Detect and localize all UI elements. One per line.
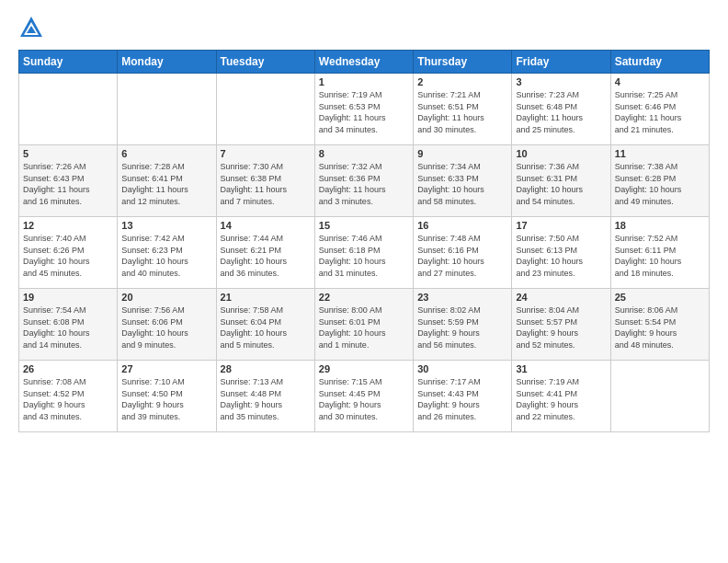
calendar-cell: 12Sunrise: 7:40 AMSunset: 6:26 PMDayligh…: [19, 217, 118, 289]
header-day-sunday: Sunday: [19, 51, 118, 74]
header-day-wednesday: Wednesday: [314, 51, 413, 74]
day-info: Sunrise: 7:25 AMSunset: 6:46 PMDaylight:…: [615, 89, 705, 135]
day-info: Sunrise: 7:32 AMSunset: 6:36 PMDaylight:…: [319, 161, 409, 207]
calendar-table: SundayMondayTuesdayWednesdayThursdayFrid…: [18, 50, 710, 432]
day-info: Sunrise: 8:06 AMSunset: 5:54 PMDaylight:…: [615, 304, 705, 350]
week-row-0: 1Sunrise: 7:19 AMSunset: 6:53 PMDaylight…: [19, 74, 710, 145]
calendar-cell: 6Sunrise: 7:28 AMSunset: 6:41 PMDaylight…: [118, 145, 216, 217]
calendar-cell: 22Sunrise: 8:00 AMSunset: 6:01 PMDayligh…: [314, 289, 413, 361]
day-number: 21: [221, 292, 311, 303]
day-number: 10: [516, 148, 606, 159]
day-number: 27: [121, 363, 211, 374]
day-info: Sunrise: 7:56 AMSunset: 6:06 PMDaylight:…: [121, 304, 211, 350]
day-number: 13: [121, 220, 211, 231]
day-number: 28: [221, 363, 311, 374]
week-row-2: 12Sunrise: 7:40 AMSunset: 6:26 PMDayligh…: [19, 217, 710, 289]
header-row: SundayMondayTuesdayWednesdayThursdayFrid…: [19, 51, 710, 74]
day-number: 15: [319, 220, 409, 231]
day-info: Sunrise: 7:30 AMSunset: 6:38 PMDaylight:…: [221, 161, 311, 207]
header-day-monday: Monday: [118, 51, 216, 74]
calendar-cell: 11Sunrise: 7:38 AMSunset: 6:28 PMDayligh…: [610, 145, 709, 217]
calendar-cell: 10Sunrise: 7:36 AMSunset: 6:31 PMDayligh…: [512, 145, 610, 217]
day-number: 5: [23, 148, 113, 159]
page: SundayMondayTuesdayWednesdayThursdayFrid…: [0, 0, 728, 563]
day-number: 3: [516, 76, 606, 87]
day-info: Sunrise: 7:58 AMSunset: 6:04 PMDaylight:…: [221, 304, 311, 350]
header-day-thursday: Thursday: [414, 51, 512, 74]
day-number: 24: [516, 292, 606, 303]
calendar-cell: 1Sunrise: 7:19 AMSunset: 6:53 PMDaylight…: [314, 74, 413, 145]
calendar-cell: 9Sunrise: 7:34 AMSunset: 6:33 PMDaylight…: [414, 145, 512, 217]
week-row-1: 5Sunrise: 7:26 AMSunset: 6:43 PMDaylight…: [19, 145, 710, 217]
logo: [18, 15, 50, 40]
calendar-cell: 15Sunrise: 7:46 AMSunset: 6:18 PMDayligh…: [314, 217, 413, 289]
day-info: Sunrise: 7:28 AMSunset: 6:41 PMDaylight:…: [121, 161, 211, 207]
day-number: 29: [319, 363, 409, 374]
week-row-3: 19Sunrise: 7:54 AMSunset: 6:08 PMDayligh…: [19, 289, 710, 361]
day-info: Sunrise: 8:04 AMSunset: 5:57 PMDaylight:…: [516, 304, 606, 350]
calendar-cell: 31Sunrise: 7:19 AMSunset: 4:41 PMDayligh…: [512, 361, 610, 432]
header-day-saturday: Saturday: [610, 51, 709, 74]
calendar-cell: 25Sunrise: 8:06 AMSunset: 5:54 PMDayligh…: [610, 289, 709, 361]
calendar-cell: 8Sunrise: 7:32 AMSunset: 6:36 PMDaylight…: [314, 145, 413, 217]
day-info: Sunrise: 7:13 AMSunset: 4:48 PMDaylight:…: [221, 376, 311, 422]
calendar-cell: 7Sunrise: 7:30 AMSunset: 6:38 PMDaylight…: [216, 145, 314, 217]
day-number: 19: [23, 292, 113, 303]
day-info: Sunrise: 8:02 AMSunset: 5:59 PMDaylight:…: [417, 304, 507, 350]
calendar-cell: 28Sunrise: 7:13 AMSunset: 4:48 PMDayligh…: [216, 361, 314, 432]
day-info: Sunrise: 7:44 AMSunset: 6:21 PMDaylight:…: [221, 233, 311, 279]
day-info: Sunrise: 7:26 AMSunset: 6:43 PMDaylight:…: [23, 161, 113, 207]
day-number: 31: [516, 363, 606, 374]
day-info: Sunrise: 7:36 AMSunset: 6:31 PMDaylight:…: [516, 161, 606, 207]
day-info: Sunrise: 8:00 AMSunset: 6:01 PMDaylight:…: [319, 304, 409, 350]
day-number: 23: [417, 292, 507, 303]
day-number: 17: [516, 220, 606, 231]
day-info: Sunrise: 7:19 AMSunset: 4:41 PMDaylight:…: [516, 376, 606, 422]
calendar-cell: 26Sunrise: 7:08 AMSunset: 4:52 PMDayligh…: [19, 361, 118, 432]
calendar-cell: 29Sunrise: 7:15 AMSunset: 4:45 PMDayligh…: [314, 361, 413, 432]
day-info: Sunrise: 7:21 AMSunset: 6:51 PMDaylight:…: [417, 89, 507, 135]
calendar-cell: 13Sunrise: 7:42 AMSunset: 6:23 PMDayligh…: [118, 217, 216, 289]
day-number: 25: [615, 292, 705, 303]
day-info: Sunrise: 7:17 AMSunset: 4:43 PMDaylight:…: [417, 376, 507, 422]
calendar-cell: 24Sunrise: 8:04 AMSunset: 5:57 PMDayligh…: [512, 289, 610, 361]
day-number: 1: [319, 76, 409, 87]
day-number: 30: [417, 363, 507, 374]
calendar-cell: 21Sunrise: 7:58 AMSunset: 6:04 PMDayligh…: [216, 289, 314, 361]
calendar-cell: 23Sunrise: 8:02 AMSunset: 5:59 PMDayligh…: [414, 289, 512, 361]
day-info: Sunrise: 7:23 AMSunset: 6:48 PMDaylight:…: [516, 89, 606, 135]
day-info: Sunrise: 7:50 AMSunset: 6:13 PMDaylight:…: [516, 233, 606, 279]
calendar-cell: 16Sunrise: 7:48 AMSunset: 6:16 PMDayligh…: [414, 217, 512, 289]
calendar-cell: 27Sunrise: 7:10 AMSunset: 4:50 PMDayligh…: [118, 361, 216, 432]
calendar-cell: [118, 74, 216, 145]
calendar-cell: 17Sunrise: 7:50 AMSunset: 6:13 PMDayligh…: [512, 217, 610, 289]
calendar-cell: [610, 361, 709, 432]
day-number: 4: [615, 76, 705, 87]
day-number: 26: [23, 363, 113, 374]
day-info: Sunrise: 7:15 AMSunset: 4:45 PMDaylight:…: [319, 376, 409, 422]
day-info: Sunrise: 7:34 AMSunset: 6:33 PMDaylight:…: [417, 161, 507, 207]
day-info: Sunrise: 7:54 AMSunset: 6:08 PMDaylight:…: [23, 304, 113, 350]
calendar-cell: 30Sunrise: 7:17 AMSunset: 4:43 PMDayligh…: [414, 361, 512, 432]
calendar-cell: 3Sunrise: 7:23 AMSunset: 6:48 PMDaylight…: [512, 74, 610, 145]
day-number: 14: [221, 220, 311, 231]
day-number: 2: [417, 76, 507, 87]
day-number: 22: [319, 292, 409, 303]
header-day-tuesday: Tuesday: [216, 51, 314, 74]
day-number: 18: [615, 220, 705, 231]
day-number: 8: [319, 148, 409, 159]
calendar-cell: 2Sunrise: 7:21 AMSunset: 6:51 PMDaylight…: [414, 74, 512, 145]
day-info: Sunrise: 7:46 AMSunset: 6:18 PMDaylight:…: [319, 233, 409, 279]
day-info: Sunrise: 7:52 AMSunset: 6:11 PMDaylight:…: [615, 233, 705, 279]
day-info: Sunrise: 7:08 AMSunset: 4:52 PMDaylight:…: [23, 376, 113, 422]
day-info: Sunrise: 7:40 AMSunset: 6:26 PMDaylight:…: [23, 233, 113, 279]
calendar-cell: [216, 74, 314, 145]
day-info: Sunrise: 7:38 AMSunset: 6:28 PMDaylight:…: [615, 161, 705, 207]
calendar-cell: 4Sunrise: 7:25 AMSunset: 6:46 PMDaylight…: [610, 74, 709, 145]
day-info: Sunrise: 7:42 AMSunset: 6:23 PMDaylight:…: [121, 233, 211, 279]
day-number: 11: [615, 148, 705, 159]
calendar-cell: 18Sunrise: 7:52 AMSunset: 6:11 PMDayligh…: [610, 217, 709, 289]
day-number: 12: [23, 220, 113, 231]
day-info: Sunrise: 7:48 AMSunset: 6:16 PMDaylight:…: [417, 233, 507, 279]
day-number: 16: [417, 220, 507, 231]
